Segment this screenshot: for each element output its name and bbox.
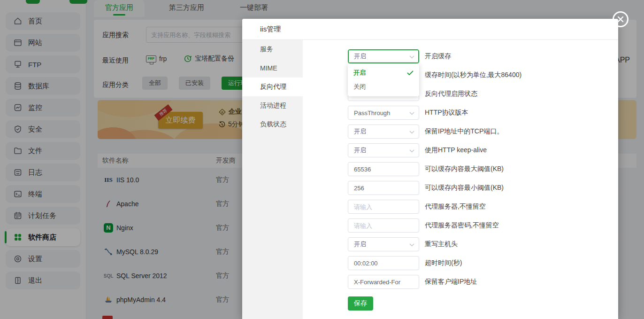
timeout-input[interactable] <box>348 256 419 270</box>
chevron-down-icon <box>409 112 414 115</box>
field-label: 保留客户端IP地址 <box>425 278 477 286</box>
modal-close-button[interactable] <box>613 11 629 27</box>
modal-header: iis管理 <box>242 19 618 40</box>
cache-min-input[interactable] <box>348 181 419 195</box>
field-label: 超时时间(秒) <box>425 259 462 267</box>
field-label: 代理服务器密码,不懂留空 <box>425 221 499 230</box>
modal-tab-active-process[interactable]: 活动进程 <box>242 96 303 115</box>
modal-tab-mime[interactable]: MIME <box>242 59 303 78</box>
rewrite-host-select[interactable]: 开启 <box>348 237 419 251</box>
cache-enable-dropdown: 开启 关闭 <box>348 63 419 96</box>
http-version-select[interactable]: PassThrough <box>348 106 419 120</box>
dropdown-option-off[interactable]: 关闭 <box>348 80 419 94</box>
proxy-server-input[interactable] <box>348 200 419 214</box>
field-label: 保留IP地址中的TCP端口。 <box>425 127 503 136</box>
field-label: 代理服务器,不懂留空 <box>425 202 486 211</box>
chevron-down-icon <box>409 55 414 59</box>
field-label: 使用HTTP keep-alive <box>425 146 487 155</box>
field-label: 可以缓存内容最小阈值(KB) <box>425 184 504 192</box>
field-label: 缓存时间(以秒为单位,最大86400) <box>425 71 521 79</box>
iis-manage-modal: iis管理 服务 MIME 反向代理 活动进程 负载状态 开启 开启缓存 <box>242 19 618 319</box>
modal-tab-service[interactable]: 服务 <box>242 40 303 59</box>
forwarded-header-input[interactable] <box>348 275 419 289</box>
modal-tab-reverse-proxy[interactable]: 反向代理 <box>242 78 303 96</box>
screen: 首页 网站 FTP 数据库 监控 安全 文件 日志 <box>0 0 644 319</box>
keepalive-select[interactable]: 开启 <box>348 143 419 157</box>
cache-enable-select[interactable]: 开启 <box>348 49 419 63</box>
chevron-down-icon <box>409 243 414 247</box>
field-label: 开启缓存 <box>425 52 451 61</box>
tcp-port-select[interactable]: 开启 <box>348 124 419 139</box>
dropdown-option-on[interactable]: 开启 <box>348 66 419 80</box>
field-label: 可以缓存内容最大阈值(KB) <box>425 165 504 173</box>
check-icon <box>407 70 414 76</box>
chevron-down-icon <box>409 131 414 134</box>
cache-max-input[interactable] <box>348 162 419 176</box>
field-label: 重写主机头 <box>425 240 458 249</box>
close-icon <box>617 16 624 23</box>
modal-title: iis管理 <box>260 25 281 34</box>
chevron-down-icon <box>409 149 414 153</box>
modal-tab-load-status[interactable]: 负载状态 <box>242 115 303 134</box>
save-button[interactable]: 保存 <box>348 296 373 311</box>
modal-side-tabs: 服务 MIME 反向代理 活动进程 负载状态 <box>242 40 303 319</box>
field-label: 反向代理启用状态 <box>425 90 477 98</box>
field-label: HTTP协议版本 <box>425 109 468 117</box>
proxy-password-input[interactable] <box>348 218 419 233</box>
